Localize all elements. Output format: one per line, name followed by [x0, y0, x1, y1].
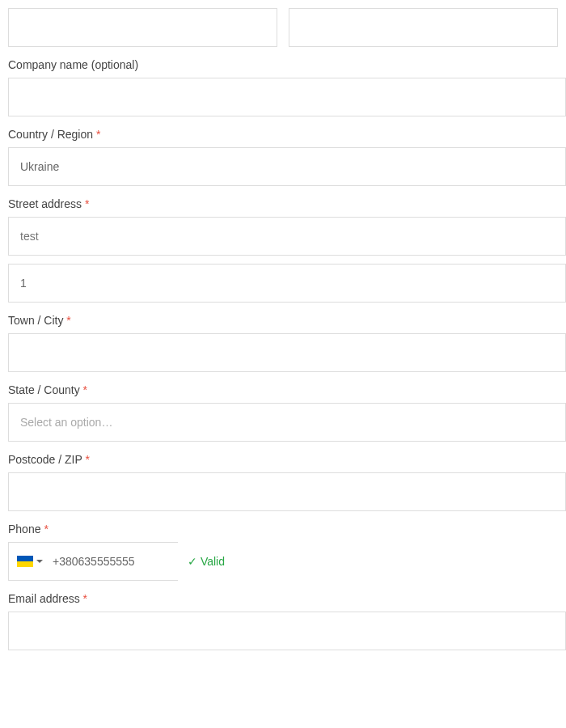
- last-name-field[interactable]: [289, 8, 558, 47]
- chevron-down-icon: [36, 560, 43, 563]
- country-select[interactable]: Ukraine: [8, 147, 566, 186]
- country-label-text: Country / Region: [8, 128, 93, 141]
- state-label: State / County *: [8, 383, 558, 396]
- first-name-field[interactable]: [8, 8, 277, 47]
- required-mark: *: [44, 523, 48, 535]
- email-label: Email address *: [8, 592, 558, 605]
- street-line2-field[interactable]: [8, 264, 566, 303]
- required-mark: *: [85, 197, 89, 210]
- email-field[interactable]: [8, 612, 566, 650]
- city-label: Town / City *: [8, 314, 558, 327]
- ukraine-flag-icon: [17, 556, 33, 567]
- required-mark: *: [96, 128, 100, 141]
- phone-label-text: Phone: [8, 523, 40, 535]
- city-field[interactable]: [8, 333, 566, 372]
- company-label: Company name (optional): [8, 58, 558, 71]
- required-mark: *: [83, 383, 87, 396]
- country-value: Ukraine: [20, 160, 59, 173]
- street-label: Street address *: [8, 197, 558, 210]
- phone-country-selector[interactable]: [9, 543, 51, 580]
- state-placeholder: Select an option…: [20, 416, 112, 429]
- postcode-label-text: Postcode / ZIP: [8, 453, 82, 466]
- street-line1-field[interactable]: [8, 217, 566, 256]
- country-label: Country / Region *: [8, 128, 558, 141]
- phone-field[interactable]: [51, 543, 201, 580]
- company-field[interactable]: [8, 78, 566, 116]
- required-mark: *: [83, 592, 87, 605]
- postcode-label: Postcode / ZIP *: [8, 453, 558, 466]
- email-label-text: Email address: [8, 592, 80, 605]
- required-mark: *: [85, 453, 89, 466]
- state-select[interactable]: Select an option…: [8, 403, 566, 442]
- city-label-text: Town / City: [8, 314, 63, 327]
- phone-input-wrap: [8, 542, 178, 581]
- state-label-text: State / County: [8, 383, 80, 396]
- street-label-text: Street address: [8, 197, 82, 210]
- postcode-field[interactable]: [8, 472, 566, 511]
- phone-label: Phone *: [8, 523, 558, 535]
- required-mark: *: [66, 314, 70, 327]
- phone-valid-badge: ✓ Valid: [188, 555, 225, 568]
